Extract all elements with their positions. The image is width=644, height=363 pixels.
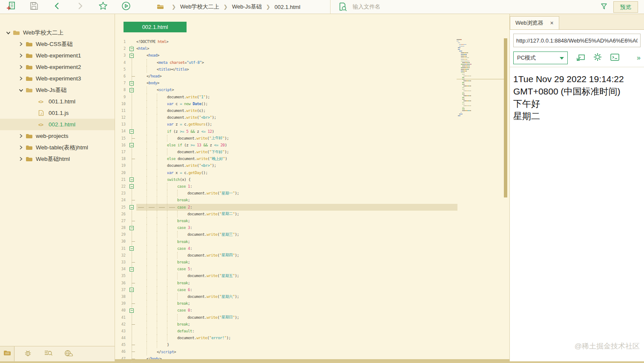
code-line-31[interactable]: 31case 4:: [117, 245, 457, 252]
code-line-26[interactable]: 26document.write("星期二");: [117, 211, 457, 217]
code-text[interactable]: document.write("星期二");: [136, 211, 457, 217]
tree-item-Web-Js-[interactable]: Web-Js基础: [0, 84, 115, 96]
code-line-22[interactable]: 22case 1:: [117, 183, 457, 190]
new-file-button[interactable]: [5, 1, 17, 13]
chevron-right-icon[interactable]: [16, 65, 26, 69]
code-line-17[interactable]: 17document.write("下午好");: [117, 149, 457, 155]
tree-item-Web-CSS-[interactable]: Web-CSS基础: [0, 38, 115, 50]
code-text[interactable]: <html>: [136, 45, 457, 52]
code-line-12[interactable]: 12document.write("<br>");: [117, 114, 457, 121]
code-text[interactable]: else document.write("晚上好"): [136, 155, 457, 162]
preview-button[interactable]: 预览: [613, 1, 638, 13]
fold-collapse-icon[interactable]: [129, 143, 134, 147]
code-line-30[interactable]: 30break;: [117, 238, 457, 245]
code-text[interactable]: </head>: [136, 73, 457, 80]
line-number[interactable]: 8: [117, 86, 128, 93]
code-line-4[interactable]: 4<meta charset="utf-8">: [117, 59, 457, 66]
code-text[interactable]: document.write("星期三");: [136, 231, 457, 238]
code-line-10[interactable]: 10var c = new Date();: [117, 100, 457, 107]
code-line-11[interactable]: 11document.write(c);: [117, 107, 457, 114]
code-line-14[interactable]: 14if (z >= 5 && z <= 12): [117, 128, 457, 134]
breadcrumb-item-folder[interactable]: Web-Js基础: [232, 3, 262, 11]
run-button[interactable]: [120, 1, 132, 13]
code-line-38[interactable]: 38document.write("星期六");: [117, 293, 457, 300]
fold-collapse-icon[interactable]: [129, 246, 134, 251]
tree-item-Web-experiment2[interactable]: Web-experiment2: [0, 61, 115, 73]
back-button[interactable]: [51, 1, 63, 13]
code-line-36[interactable]: 36break;: [117, 280, 457, 286]
line-number[interactable]: 5: [117, 66, 128, 73]
filter-button[interactable]: [601, 3, 607, 11]
line-number[interactable]: 44: [117, 334, 128, 341]
web-panel-button[interactable]: [61, 346, 76, 361]
vertical-scrollbar[interactable]: [504, 38, 507, 197]
url-input[interactable]: [513, 34, 641, 47]
line-number[interactable]: 6: [117, 73, 128, 80]
code-text[interactable]: }: [136, 341, 457, 348]
tree-item-web-projects[interactable]: web-projects: [0, 130, 115, 142]
code-line-39[interactable]: 39break;: [117, 300, 457, 307]
code-text[interactable]: case 6:: [136, 286, 457, 293]
line-number[interactable]: 43: [117, 328, 128, 334]
line-number[interactable]: 45: [117, 341, 128, 348]
code-line-21[interactable]: 21switch(x) {: [117, 176, 457, 183]
code-text[interactable]: case 1:: [136, 183, 457, 190]
line-number[interactable]: 40: [117, 307, 128, 314]
code-text[interactable]: document.write("error!");: [136, 334, 457, 341]
line-number[interactable]: 12: [117, 114, 128, 121]
chevron-right-icon[interactable]: [16, 157, 26, 161]
code-line-41[interactable]: 41document.write("星期日");: [117, 314, 457, 321]
tree-item-Web-experiment1[interactable]: Web-experiment1: [0, 50, 115, 61]
search-panel-button[interactable]: [41, 346, 55, 361]
line-number[interactable]: 34: [117, 266, 128, 272]
code-line-43[interactable]: 43default:: [117, 328, 457, 334]
line-number[interactable]: 30: [117, 238, 128, 245]
code-text[interactable]: document.write("下午好");: [136, 149, 457, 155]
code-text[interactable]: document.write(c);: [136, 107, 457, 114]
code-line-25[interactable]: 25case 2:: [117, 204, 457, 211]
code-text[interactable]: case 3:: [136, 224, 457, 231]
code-text[interactable]: break;: [136, 197, 457, 203]
code-text[interactable]: break;: [136, 238, 457, 245]
code-text[interactable]: switch(x) {: [136, 176, 457, 183]
code-text[interactable]: break;: [136, 321, 457, 328]
code-line-37[interactable]: 37case 6:: [117, 286, 457, 293]
favorite-button[interactable]: [97, 1, 109, 13]
chevron-down-icon[interactable]: [16, 88, 26, 92]
code-line-23[interactable]: 23document.write("星期一");: [117, 190, 457, 197]
settings-button[interactable]: [593, 53, 602, 63]
fold-collapse-icon[interactable]: [129, 81, 134, 86]
code-line-19[interactable]: 19document.write("<br>");: [117, 162, 457, 169]
code-text[interactable]: break;: [136, 280, 457, 286]
line-number[interactable]: 4: [117, 59, 128, 66]
code-line-18[interactable]: 18else document.write("晚上好"): [117, 155, 457, 162]
close-icon[interactable]: ×: [550, 20, 554, 26]
code-text[interactable]: document.write("星期五");: [136, 272, 457, 279]
line-number[interactable]: 14: [117, 128, 128, 134]
code-line-8[interactable]: 8<script>: [117, 86, 457, 93]
chevron-down-icon[interactable]: [3, 31, 13, 35]
line-number[interactable]: 7: [117, 80, 128, 86]
code-text[interactable]: document.write("1");: [136, 94, 457, 100]
code-text[interactable]: document.write("<br>");: [136, 162, 457, 169]
breadcrumb-item-file[interactable]: 002.1.html: [275, 4, 301, 10]
code-text[interactable]: document.write("<br>");: [136, 114, 457, 121]
code-line-7[interactable]: 7<body>: [117, 80, 457, 86]
code-line-34[interactable]: 34case 5:: [117, 266, 457, 272]
code-text[interactable]: case 5:: [136, 266, 457, 272]
fold-collapse-icon[interactable]: [129, 184, 134, 189]
line-number[interactable]: 11: [117, 107, 128, 114]
code-text[interactable]: <body>: [136, 80, 457, 86]
fold-collapse-icon[interactable]: [129, 129, 134, 134]
code-line-3[interactable]: 3<head>: [117, 52, 457, 59]
code-line-32[interactable]: 32document.write("星期四");: [117, 252, 457, 259]
line-number[interactable]: 22: [117, 183, 128, 190]
line-number[interactable]: 25: [117, 204, 128, 211]
code-text[interactable]: else if (z >= 13 && z <= 20): [136, 142, 457, 149]
line-number[interactable]: 23: [117, 190, 128, 197]
code-text[interactable]: <title></title>: [136, 66, 457, 73]
code-line-44[interactable]: 44document.write("error!");: [117, 334, 457, 341]
line-number[interactable]: 1: [117, 38, 128, 45]
debug-panel-button[interactable]: [20, 346, 35, 361]
line-number[interactable]: 17: [117, 149, 128, 155]
